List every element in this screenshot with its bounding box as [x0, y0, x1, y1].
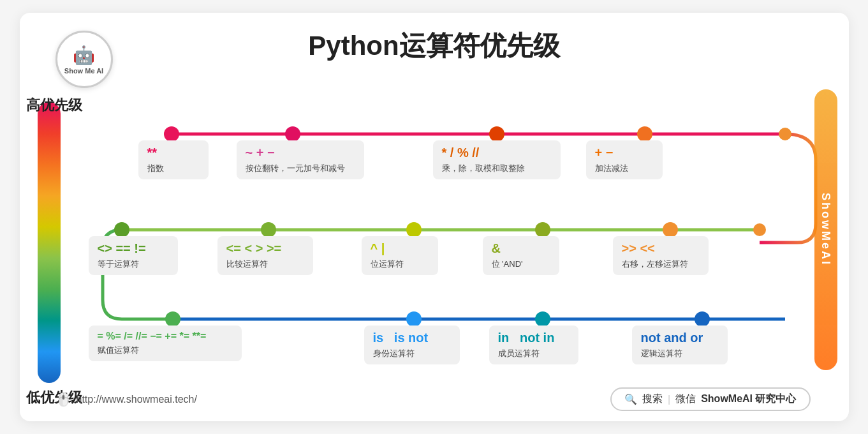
op-desc-logical: 逻辑运算符: [641, 348, 719, 359]
op-symbol-logical: not and or: [641, 331, 719, 345]
op-symbol-compare: <= < > >=: [226, 241, 304, 256]
op-desc-compare: 比较运算符: [226, 258, 304, 270]
svg-point-3: [489, 126, 504, 142]
svg-point-14: [165, 311, 180, 327]
op-box-shift: >> << 右移，左移运算符: [613, 236, 709, 275]
op-box-identity: is is not 身份运算符: [364, 326, 460, 364]
svg-point-12: [753, 223, 766, 236]
op-symbol-identity: is is not: [373, 331, 451, 345]
svg-point-5: [779, 128, 791, 140]
op-desc-member: 成员运算符: [498, 348, 570, 359]
op-symbol-power: **: [147, 146, 200, 160]
svg-point-10: [535, 222, 550, 237]
search-icon: 🔍: [624, 393, 637, 405]
svg-point-17: [695, 311, 710, 327]
watermark-bar: ShowMeAI: [814, 89, 837, 370]
op-desc-identity: 身份运算符: [373, 348, 451, 359]
logo-label: Show Me AI: [64, 67, 103, 75]
op-desc-addsub: 加法减法: [595, 163, 654, 174]
svg-point-16: [535, 311, 550, 327]
op-desc-bitand: 位 'AND': [492, 258, 550, 270]
footer-search[interactable]: 🔍 搜索 | 微信 ShowMeAI 研究中心: [610, 387, 811, 411]
op-box-muldiv: * / % // 乘，除，取模和取整除: [433, 140, 561, 179]
op-symbol-equality: <> == !=: [98, 241, 169, 256]
search-label: 搜索: [642, 393, 663, 406]
brand-label: ShowMeAI 研究中心: [701, 393, 796, 406]
op-box-logical: not and or 逻辑运算符: [632, 326, 728, 364]
cursor-icon: 🖱️: [55, 392, 71, 407]
high-priority-label: 高优先级: [26, 96, 82, 115]
svg-point-9: [406, 222, 422, 237]
svg-point-11: [663, 222, 678, 237]
footer: 🖱️ http://www.showmeai.tech/ 🔍 搜索 | 微信 S…: [55, 387, 811, 411]
priority-gradient-bar: [38, 102, 61, 383]
op-desc-equality: 等于运算符: [98, 258, 169, 270]
page-title: Python运算符优先级: [20, 28, 849, 64]
watermark-text: ShowMeAI: [819, 193, 832, 266]
svg-point-1: [164, 126, 179, 142]
op-desc-muldiv: 乘，除，取模和取整除: [442, 163, 552, 174]
op-box-bitwise: ^ | 位运算符: [362, 236, 438, 275]
op-desc-bitflip: 按位翻转，一元加号和减号: [246, 163, 355, 174]
op-symbol-assign: = %= /= //= −= += *= **=: [98, 331, 233, 342]
op-desc-assign: 赋值运算符: [98, 345, 233, 356]
op-desc-bitwise: 位运算符: [371, 258, 429, 270]
separator: |: [668, 394, 670, 405]
svg-point-7: [114, 222, 129, 237]
op-box-compare: <= < > >= 比较运算符: [217, 236, 313, 275]
op-symbol-muldiv: * / % //: [442, 146, 552, 160]
op-symbol-bitflip: ~ + −: [246, 146, 355, 160]
op-box-power: ** 指数: [138, 140, 209, 179]
wechat-label: 微信: [675, 393, 696, 406]
footer-url-container: 🖱️ http://www.showmeai.tech/: [55, 392, 197, 407]
svg-point-4: [637, 126, 652, 142]
op-box-bitflip: ~ + − 按位翻转，一元加号和减号: [237, 140, 364, 179]
svg-point-8: [261, 222, 276, 237]
svg-point-2: [285, 126, 300, 142]
op-box-bitand: & 位 'AND': [483, 236, 559, 275]
op-symbol-member: in not in: [498, 331, 570, 345]
op-box-equality: <> == != 等于运算符: [89, 236, 178, 275]
op-symbol-addsub: + −: [595, 146, 654, 160]
op-symbol-bitwise: ^ |: [371, 241, 429, 256]
op-box-assign: = %= /= //= −= += *= **= 赋值运算符: [89, 326, 242, 361]
main-card: 高优先级 低优先级 🤖 Show Me AI Python运算符优先级 Show…: [20, 13, 849, 421]
op-desc-shift: 右移，左移运算符: [622, 258, 700, 270]
svg-point-15: [406, 311, 422, 327]
op-symbol-shift: >> <<: [622, 241, 700, 256]
op-box-addsub: + − 加法减法: [586, 140, 663, 179]
op-symbol-bitand: &: [492, 241, 550, 256]
op-box-member: in not in 成员运算符: [489, 326, 578, 364]
footer-url[interactable]: http://www.showmeai.tech/: [77, 394, 197, 405]
op-desc-power: 指数: [147, 163, 200, 174]
